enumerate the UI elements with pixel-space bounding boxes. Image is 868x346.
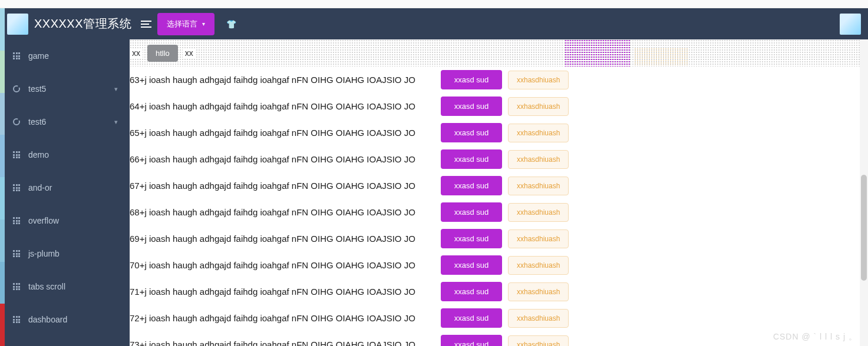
list-item: 67+j ioash haugh adhgajd faihdg ioahgaf … xyxy=(130,172,868,199)
grid-icon xyxy=(12,150,21,159)
sidebar-item-overflow[interactable]: overflow xyxy=(0,204,130,237)
list-item: 73+j ioash haugh adhgajd faihdg ioahgaf … xyxy=(130,331,868,346)
sidebar-item-label: test6 xyxy=(28,117,114,127)
grid-icon xyxy=(12,51,21,61)
sidebar-item-js-plumb[interactable]: js-plumb xyxy=(0,237,130,270)
list-item: 72+j ioash haugh adhgajd faihdg ioahgaf … xyxy=(130,305,868,331)
grid-icon xyxy=(12,282,21,291)
row-text: 72+j ioash haugh adhgajd faihdg ioahgaf … xyxy=(130,313,435,323)
chevron-down-icon: ▾ xyxy=(202,21,205,27)
list-item: 65+j ioash haugh adhgajd faihdg ioahgaf … xyxy=(130,119,868,146)
sidebar-item-label: overflow xyxy=(28,216,118,225)
row-text: 65+j ioash haugh adhgajd faihdg ioahgaf … xyxy=(130,128,435,138)
list-item: 66+j ioash haugh adhgajd faihdg ioahgaf … xyxy=(130,146,868,172)
grid-icon xyxy=(12,315,21,324)
list-item: 63+j ioash haugh adhgajd faihdg ioahgaf … xyxy=(130,66,868,93)
sidebar-item-label: and-or xyxy=(28,183,118,192)
secondary-action-button[interactable]: xxhasdhiuash xyxy=(508,124,569,142)
orange-pattern-decoration xyxy=(634,48,688,65)
sidebar-item-game[interactable]: game xyxy=(0,39,130,72)
sidebar-item-dashboard[interactable]: dashboard xyxy=(0,303,130,336)
secondary-action-button[interactable]: xxhasdhiuash xyxy=(508,256,569,275)
main-content: xx htllo xx 63+j ioash haugh adhgajd fai… xyxy=(130,39,868,346)
sidebar-item-label: tabs scroll xyxy=(28,282,118,291)
primary-action-button[interactable]: xxasd sud xyxy=(441,149,502,169)
list-item: 71+j ioash haugh adhgajd faihdg ioahgaf … xyxy=(130,278,868,305)
secondary-action-button[interactable]: xxhasdhiuash xyxy=(508,71,569,89)
app-logo xyxy=(7,14,28,35)
sidebar-item-label: game xyxy=(28,51,118,61)
language-select-button[interactable]: 选择语言 ▾ xyxy=(157,13,214,35)
browser-chrome xyxy=(0,0,868,8)
row-text: 66+j ioash haugh adhgajd faihdg ioahgaf … xyxy=(130,154,435,164)
row-text: 69+j ioash haugh adhgajd faihdg ioahgaf … xyxy=(130,234,435,244)
grid-icon xyxy=(12,249,21,258)
sidebar-item-label: demo xyxy=(28,150,118,159)
purple-pattern-decoration xyxy=(565,39,631,66)
secondary-action-button[interactable]: xxhasdhiuash xyxy=(508,150,569,169)
ring-icon xyxy=(12,84,21,94)
menu-toggle-icon[interactable] xyxy=(141,21,151,28)
theme-icon[interactable]: 👕 xyxy=(226,19,236,29)
secondary-action-button[interactable]: xxhasdhiuash xyxy=(508,335,569,347)
primary-action-button[interactable]: xxasd sud xyxy=(441,123,502,142)
primary-action-button[interactable]: xxasd sud xyxy=(441,97,502,116)
row-text: 73+j ioash haugh adhgajd faihdg ioahgaf … xyxy=(130,340,435,346)
header-xx-1: xx xyxy=(130,48,143,58)
browser-tab-strip xyxy=(0,8,5,346)
grid-icon xyxy=(12,183,21,192)
primary-action-button[interactable]: xxasd sud xyxy=(441,308,502,328)
secondary-action-button[interactable]: xxhasdhiuash xyxy=(508,309,569,328)
primary-action-button[interactable]: xxasd sud xyxy=(441,176,502,195)
secondary-action-button[interactable]: xxhasdhiuash xyxy=(508,229,569,248)
sidebar-item-label: test5 xyxy=(28,84,114,94)
row-text: 64+j ioash haugh adhgajd faihdg ioahgaf … xyxy=(130,101,435,111)
sidebar-item-test6[interactable]: test6▾ xyxy=(0,105,130,138)
list-item: 68+j ioash haugh adhgajd faihdg ioahgaf … xyxy=(130,199,868,225)
sidebar-item-tabs-scroll[interactable]: tabs scroll xyxy=(0,270,130,303)
secondary-action-button[interactable]: xxhasdhiuash xyxy=(508,97,569,116)
list-item: 69+j ioash haugh adhgajd faihdg ioahgaf … xyxy=(130,225,868,252)
primary-action-button[interactable]: xxasd sud xyxy=(441,255,502,275)
avatar[interactable] xyxy=(840,14,861,35)
list-item: 64+j ioash haugh adhgajd faihdg ioahgaf … xyxy=(130,93,868,119)
primary-action-button[interactable]: xxasd sud xyxy=(441,202,502,222)
grid-icon xyxy=(12,216,21,225)
sidebar: gametest5▾test6▾demoand-oroverflowjs-plu… xyxy=(0,39,130,346)
scrollbar-thumb[interactable] xyxy=(861,175,867,281)
app-title: XXXXXX管理系统 xyxy=(34,16,131,32)
chevron-down-icon: ▾ xyxy=(114,85,118,93)
patterned-header-row: xx htllo xx xyxy=(130,39,868,66)
row-text: 68+j ioash haugh adhgajd faihdg ioahgaf … xyxy=(130,207,435,217)
primary-action-button[interactable]: xxasd sud xyxy=(441,282,502,301)
language-select-label: 选择语言 xyxy=(167,19,197,29)
row-text: 71+j ioash haugh adhgajd faihdg ioahgaf … xyxy=(130,287,435,297)
sidebar-item-label: js-plumb xyxy=(28,249,118,258)
sidebar-item-label: dashboard xyxy=(28,315,118,324)
htllo-button[interactable]: htllo xyxy=(147,45,178,62)
header-xx-2: xx xyxy=(183,48,196,58)
scrollbar-track xyxy=(860,39,868,346)
sidebar-item-demo[interactable]: demo xyxy=(0,138,130,171)
app-header: XXXXXX管理系统 选择语言 ▾ 👕 xyxy=(0,8,868,39)
ring-icon xyxy=(12,117,21,127)
row-text: 63+j ioash haugh adhgajd faihdg ioahgaf … xyxy=(130,75,435,85)
list-item: 70+j ioash haugh adhgajd faihdg ioahgaf … xyxy=(130,252,868,278)
row-text: 67+j ioash haugh adhgajd faihdg ioahgaf … xyxy=(130,181,435,191)
secondary-action-button[interactable]: xxhasdhiuash xyxy=(508,203,569,222)
chevron-down-icon: ▾ xyxy=(114,118,118,126)
sidebar-item-and-or[interactable]: and-or xyxy=(0,171,130,204)
primary-action-button[interactable]: xxasd sud xyxy=(441,70,502,89)
primary-action-button[interactable]: xxasd sud xyxy=(441,335,502,346)
primary-action-button[interactable]: xxasd sud xyxy=(441,229,502,248)
row-text: 70+j ioash haugh adhgajd faihdg ioahgaf … xyxy=(130,260,435,270)
secondary-action-button[interactable]: xxhasdhiuash xyxy=(508,177,569,195)
secondary-action-button[interactable]: xxhasdhiuash xyxy=(508,282,569,301)
sidebar-item-test5[interactable]: test5▾ xyxy=(0,72,130,105)
